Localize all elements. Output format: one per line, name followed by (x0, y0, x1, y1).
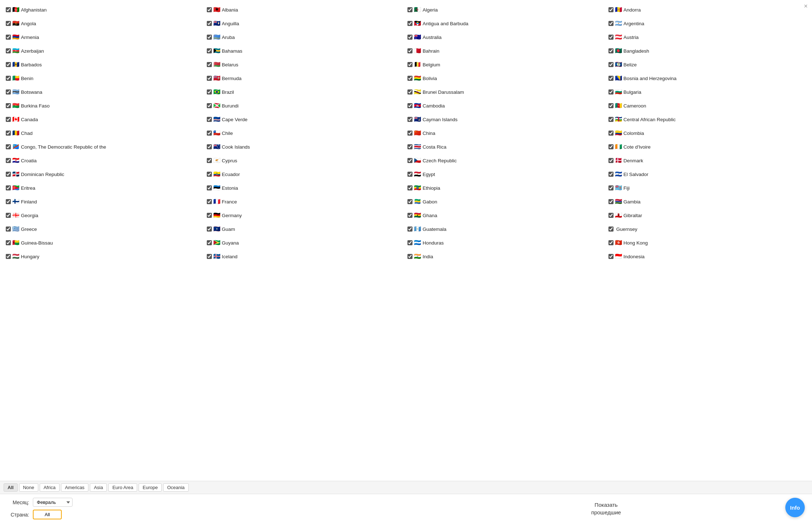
country-item[interactable]: 🇨🇱Chile (205, 126, 406, 140)
country-checkbox[interactable] (608, 89, 614, 95)
country-item[interactable]: Guernsey (607, 222, 808, 236)
country-checkbox[interactable] (6, 48, 11, 53)
country-item[interactable]: 🇩🇰Denmark (607, 154, 808, 167)
tab-euro-area[interactable]: Euro Area (108, 483, 137, 492)
country-checkbox[interactable] (608, 76, 614, 81)
country-checkbox[interactable] (207, 48, 212, 53)
country-item[interactable]: 🇨🇻Cape Verde (205, 113, 406, 126)
country-item[interactable]: 🇧🇳Brunei Darussalam (406, 85, 607, 99)
country-checkbox[interactable] (608, 62, 614, 67)
country-checkbox[interactable] (6, 227, 11, 232)
country-checkbox[interactable] (608, 7, 614, 12)
tab-americas[interactable]: Americas (61, 483, 88, 492)
country-item[interactable]: 🇬🇪Georgia (4, 208, 205, 222)
country-checkbox[interactable] (608, 172, 614, 177)
country-item[interactable]: 🇬🇲Gambia (607, 195, 808, 208)
country-item[interactable]: 🇬🇹Guatemala (406, 222, 607, 236)
country-item[interactable]: 🇧🇿Belize (607, 58, 808, 71)
country-checkbox[interactable] (207, 240, 212, 245)
tab-all[interactable]: All (4, 483, 18, 492)
country-checkbox[interactable] (207, 76, 212, 81)
country-checkbox[interactable] (207, 213, 212, 218)
country-checkbox[interactable] (207, 103, 212, 108)
info-button[interactable]: Info (785, 498, 805, 517)
country-item[interactable]: 🇨🇦Canada (4, 113, 205, 126)
country-checkbox[interactable] (608, 48, 614, 53)
country-checkbox[interactable] (407, 144, 412, 149)
country-checkbox[interactable] (6, 21, 11, 26)
country-item[interactable]: 🇩🇿Algeria (406, 3, 607, 17)
country-select-button[interactable]: All (33, 510, 62, 519)
country-checkbox[interactable] (608, 240, 614, 245)
country-item[interactable]: 🇬🇷Greece (4, 222, 205, 236)
country-item[interactable]: 🇦🇮Anguilla (205, 17, 406, 30)
country-item[interactable]: 🇭🇳Honduras (406, 236, 607, 250)
country-checkbox[interactable] (407, 227, 412, 232)
country-item[interactable]: 🇨🇰Cook Islands (205, 140, 406, 154)
country-checkbox[interactable] (407, 131, 412, 136)
country-item[interactable]: 🇧🇸Bahamas (205, 44, 406, 58)
country-checkbox[interactable] (608, 35, 614, 40)
country-checkbox[interactable] (608, 21, 614, 26)
country-checkbox[interactable] (407, 158, 412, 163)
country-checkbox[interactable] (608, 131, 614, 136)
country-checkbox[interactable] (407, 7, 412, 12)
country-item[interactable]: 🇹🇩Chad (4, 126, 205, 140)
tab-asia[interactable]: Asia (90, 483, 107, 492)
country-checkbox[interactable] (6, 89, 11, 95)
country-checkbox[interactable] (6, 7, 11, 12)
country-item[interactable]: 🇬🇮Gibraltar (607, 208, 808, 222)
country-checkbox[interactable] (407, 35, 412, 40)
month-select[interactable]: ЯнварьФевральМартАпрельМайИюньИюльАвгуст… (33, 498, 73, 507)
country-checkbox[interactable] (608, 103, 614, 108)
country-item[interactable]: 🇰🇭Cambodia (406, 99, 607, 113)
country-item[interactable]: 🇨🇲Cameroon (607, 99, 808, 113)
country-item[interactable]: 🇧🇩Bangladesh (607, 44, 808, 58)
country-checkbox[interactable] (407, 185, 412, 190)
country-item[interactable]: 🇦🇿Azerbaijan (4, 44, 205, 58)
country-checkbox[interactable] (407, 240, 412, 245)
country-item[interactable]: 🇨🇮Cote d'Ivoire (607, 140, 808, 154)
country-item[interactable]: 🇧🇷Brazil (205, 85, 406, 99)
country-item[interactable]: 🇫🇷France (205, 195, 406, 208)
country-item[interactable]: 🇬🇺Guam (205, 222, 406, 236)
country-item[interactable]: 🇨🇳China (406, 126, 607, 140)
country-item[interactable]: 🇧🇪Belgium (406, 58, 607, 71)
country-item[interactable]: 🇦🇹Austria (607, 30, 808, 44)
country-checkbox[interactable] (6, 199, 11, 204)
country-item[interactable]: 🇧🇭Bahrain (406, 44, 607, 58)
country-item[interactable]: 🇧🇦Bosnia and Herzegovina (607, 71, 808, 85)
country-checkbox[interactable] (207, 199, 212, 204)
country-item[interactable]: 🇬🇭Ghana (406, 208, 607, 222)
country-checkbox[interactable] (407, 254, 412, 259)
country-item[interactable]: 🇧🇾Belarus (205, 58, 406, 71)
country-checkbox[interactable] (207, 172, 212, 177)
country-checkbox[interactable] (6, 254, 11, 259)
tab-none[interactable]: None (19, 483, 38, 492)
country-item[interactable]: 🇦🇲Armenia (4, 30, 205, 44)
country-item[interactable]: 🇨🇾Cyprus (205, 154, 406, 167)
country-item[interactable]: 🇸🇻El Salvador (607, 167, 808, 181)
country-item[interactable]: 🇪🇷Eritrea (4, 181, 205, 195)
country-item[interactable]: 🇪🇬Egypt (406, 167, 607, 181)
country-checkbox[interactable] (608, 254, 614, 259)
country-item[interactable]: 🇦🇬Antigua and Barbuda (406, 17, 607, 30)
country-item[interactable]: 🇧🇯Benin (4, 71, 205, 85)
tab-oceania[interactable]: Oceania (163, 483, 188, 492)
country-checkbox[interactable] (6, 131, 11, 136)
country-checkbox[interactable] (608, 158, 614, 163)
country-checkbox[interactable] (6, 213, 11, 218)
country-checkbox[interactable] (207, 62, 212, 67)
country-checkbox[interactable] (407, 89, 412, 95)
country-item[interactable]: 🇦🇺Australia (406, 30, 607, 44)
tab-europe[interactable]: Europe (139, 483, 162, 492)
country-checkbox[interactable] (207, 131, 212, 136)
country-item[interactable]: 🇭🇰Hong Kong (607, 236, 808, 250)
country-checkbox[interactable] (207, 144, 212, 149)
country-checkbox[interactable] (608, 199, 614, 204)
country-checkbox[interactable] (6, 185, 11, 190)
country-checkbox[interactable] (207, 254, 212, 259)
country-checkbox[interactable] (207, 117, 212, 122)
country-item[interactable]: 🇩🇴Dominican Republic (4, 167, 205, 181)
country-item[interactable]: 🇧🇴Bolivia (406, 71, 607, 85)
